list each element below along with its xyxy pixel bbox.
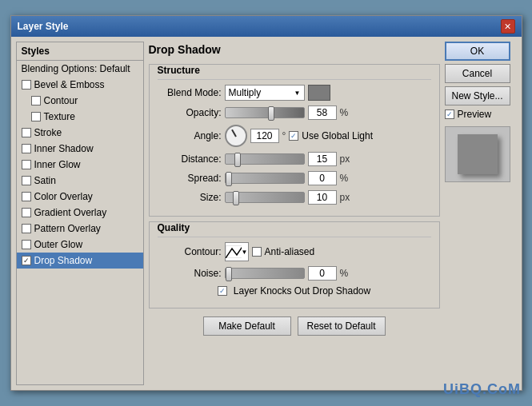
angle-input[interactable] (250, 129, 279, 143)
dialog-title: Layer Style (18, 21, 69, 32)
close-button[interactable]: ✕ (501, 19, 515, 34)
preview-inner (458, 134, 498, 174)
noise-input[interactable] (308, 266, 337, 281)
spread-label: Spread: (158, 173, 222, 184)
contour-row: Contour: ▼ Anti-aliased (158, 242, 431, 261)
gradient-overlay-label: Gradient Overlay (34, 207, 107, 218)
bevel-emboss-checkbox[interactable] (22, 80, 31, 90)
inner-glow-checkbox[interactable] (22, 160, 31, 169)
opacity-slider[interactable] (225, 107, 305, 118)
title-bar: Layer Style ✕ (11, 16, 522, 37)
quality-section: Quality Contour: ▼ Anti-aliased (149, 221, 440, 308)
blend-mode-select[interactable]: Multiply ▼ (225, 85, 305, 101)
inner-glow-label: Inner Glow (34, 159, 81, 170)
preview-label: Preview (458, 109, 492, 120)
contour-label: Contour (44, 95, 78, 106)
make-default-button[interactable]: Make Default (203, 316, 291, 336)
global-light-label: Use Global Light (302, 130, 373, 141)
styles-title: Styles (17, 42, 143, 61)
blend-mode-label: Blend Mode: (158, 87, 222, 98)
spread-input[interactable] (308, 171, 337, 185)
center-panel: Drop Shadow Structure Blend Mode: Multip… (149, 42, 440, 385)
spread-unit: % (340, 173, 349, 184)
color-overlay-item[interactable]: Color Overlay (17, 189, 143, 205)
size-unit: px (340, 192, 350, 203)
watermark: UiBQ.CoM (443, 381, 521, 398)
pattern-overlay-label: Pattern Overlay (34, 223, 101, 234)
spread-row: Spread: % (158, 171, 431, 185)
pattern-overlay-checkbox[interactable] (22, 224, 31, 233)
angle-row: Angle: ° Use Global Light (158, 125, 431, 147)
size-row: Size: px (158, 190, 431, 205)
texture-checkbox[interactable] (31, 112, 41, 121)
bevel-emboss-item[interactable]: Bevel & Emboss (17, 77, 143, 93)
distance-unit: px (340, 153, 350, 165)
contour-icon (226, 245, 242, 258)
outer-glow-item[interactable]: Outer Glow (17, 237, 143, 253)
opacity-unit: % (340, 107, 349, 118)
size-slider[interactable] (225, 192, 305, 203)
angle-label: Angle: (158, 130, 222, 141)
angle-unit: ° (282, 130, 286, 141)
preview-checkbox[interactable] (445, 109, 454, 119)
stroke-label: Stroke (34, 127, 62, 138)
texture-item[interactable]: Texture (17, 109, 143, 125)
contour-item[interactable]: Contour (17, 93, 143, 109)
structure-section: Structure Blend Mode: Multiply ▼ Opacity… (149, 64, 440, 217)
noise-row: Noise: % (158, 266, 431, 281)
drop-shadow-label: Drop Shadow (34, 255, 93, 266)
inner-shadow-label: Inner Shadow (34, 143, 94, 154)
outer-glow-checkbox[interactable] (22, 240, 31, 249)
spread-slider[interactable] (225, 173, 305, 184)
inner-glow-item[interactable]: Inner Glow (17, 157, 143, 173)
color-overlay-checkbox[interactable] (22, 192, 31, 201)
distance-slider[interactable] (225, 153, 305, 165)
color-overlay-label: Color Overlay (34, 191, 93, 202)
blend-mode-arrow: ▼ (294, 90, 301, 97)
size-label: Size: (158, 192, 222, 203)
opacity-input[interactable] (308, 105, 337, 120)
size-thumb (233, 191, 239, 205)
drop-shadow-item[interactable]: Drop Shadow (17, 253, 143, 269)
right-panel: OK Cancel New Style... Preview (445, 42, 517, 385)
blend-mode-row: Blend Mode: Multiply ▼ (158, 85, 431, 101)
ok-button[interactable]: OK (445, 42, 510, 61)
stroke-item[interactable]: Stroke (17, 125, 143, 141)
noise-unit: % (340, 268, 349, 279)
blend-mode-color-swatch[interactable] (308, 85, 330, 101)
satin-item[interactable]: Satin (17, 173, 143, 189)
opacity-label: Opacity: (158, 107, 222, 118)
contour-preview[interactable]: ▼ (225, 242, 249, 261)
angle-dial[interactable] (225, 125, 247, 147)
gradient-overlay-checkbox[interactable] (22, 208, 31, 217)
cancel-button[interactable]: Cancel (445, 64, 510, 83)
distance-label: Distance: (158, 153, 222, 165)
distance-thumb (234, 153, 241, 167)
blending-options-item[interactable]: Blending Options: Default (17, 61, 143, 77)
bevel-emboss-label: Bevel & Emboss (34, 79, 105, 90)
gradient-overlay-item[interactable]: Gradient Overlay (17, 205, 143, 221)
structure-title: Structure (158, 65, 431, 80)
reset-to-default-button[interactable]: Reset to Default (298, 316, 386, 336)
new-style-button[interactable]: New Style... (445, 86, 510, 105)
inner-shadow-item[interactable]: Inner Shadow (17, 141, 143, 157)
distance-input[interactable] (308, 152, 337, 166)
opacity-row: Opacity: % (158, 105, 431, 120)
contour-checkbox[interactable] (31, 96, 41, 105)
satin-checkbox[interactable] (22, 176, 31, 185)
drop-shadow-checkbox[interactable] (22, 256, 31, 265)
pattern-overlay-item[interactable]: Pattern Overlay (17, 221, 143, 237)
bottom-buttons: Make Default Reset to Default (149, 316, 440, 336)
layer-knocks-label: Layer Knocks Out Drop Shadow (234, 285, 370, 297)
inner-shadow-checkbox[interactable] (22, 144, 31, 153)
noise-thumb (226, 267, 232, 281)
left-panel: Styles Blending Options: Default Bevel &… (16, 42, 144, 385)
blending-options-label: Blending Options: Default (22, 63, 130, 74)
size-input[interactable] (308, 190, 337, 205)
layer-knocks-checkbox[interactable] (218, 286, 227, 296)
stroke-checkbox[interactable] (22, 128, 31, 137)
anti-aliased-checkbox[interactable] (252, 247, 262, 257)
global-light-checkbox[interactable] (289, 131, 298, 141)
preview-label-row: Preview (445, 109, 517, 120)
noise-slider[interactable] (225, 268, 305, 279)
